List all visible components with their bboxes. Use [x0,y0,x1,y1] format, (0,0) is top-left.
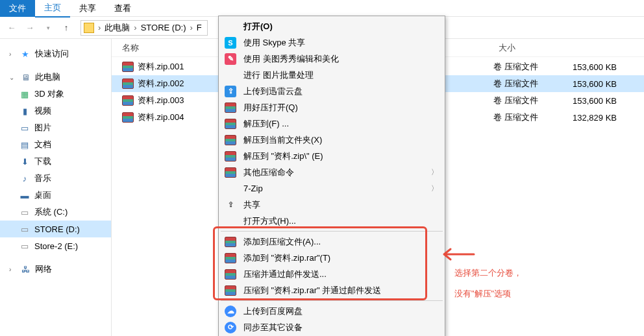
chevron-right-icon: › [9,266,16,273]
menu-extract-named[interactable]: 解压到 "资料.zip\" (E) [220,148,443,164]
menu-skype-share[interactable]: S使用 Skype 共享 [220,34,443,51]
drive-icon: ▭ [19,207,30,217]
nav-up-button[interactable]: ↑ [58,20,74,36]
blank-icon [224,215,237,228]
star-icon: ★ [20,49,31,59]
menu-add-archive[interactable]: 添加到压缩文件(A)... [220,234,443,250]
sidebar-item-3d[interactable]: ▦3D 对象 [0,86,111,102]
ribbon-tab-file[interactable]: 文件 [0,0,35,17]
folder-icon [84,23,94,33]
nav-back-button[interactable]: ← [4,20,19,36]
blank-icon [224,69,237,82]
sidebar-item-videos[interactable]: ▮视频 [0,102,111,119]
navigation-pane: › ★ 快速访问 ⌄ 🖥 此电脑 ▦3D 对象 ▮视频 ▭图片 ▤文档 ⬇下载 … [0,39,112,336]
sidebar-item-downloads[interactable]: ⬇下载 [0,153,111,170]
context-menu: 打开(O) S使用 Skype 共享 ✎使用 美图秀秀编辑和美化 进行 图片批量… [218,16,445,336]
menu-sync-devices[interactable]: ⟳同步至其它设备 [220,319,443,335]
archive-icon [224,252,237,265]
sidebar-quick-access[interactable]: › ★ 快速访问 [0,45,111,62]
file-type: 卷 压缩文件 [493,112,558,123]
sidebar-network[interactable]: › 🖧 网络 [0,261,111,278]
archive-icon [224,235,237,248]
sync-icon: ⟳ [224,321,237,334]
sidebar-item-label: 文档 [34,139,51,150]
sidebar-item-label: 此电脑 [35,71,60,83]
menu-7zip[interactable]: 7-Zip〉 [220,180,443,197]
archive-icon [224,117,237,130]
menu-open-with[interactable]: 打开方式(H)... [220,213,443,229]
chevron-right-icon: › [9,51,16,58]
sidebar-item-desktop[interactable]: ▬桌面 [0,187,111,204]
skype-icon: S [224,36,237,49]
sidebar-item-pictures[interactable]: ▭图片 [0,119,111,136]
file-size: 132,829 KB [558,113,617,123]
sidebar-item-label: 视频 [34,105,51,117]
sidebar-item-label: 桌面 [34,189,51,201]
archive-icon [224,101,237,114]
music-icon: ♪ [19,173,30,184]
document-icon: ▤ [19,139,30,150]
sidebar-item-label: 图片 [34,122,51,134]
menu-compress-mail[interactable]: 压缩并通过邮件发送... [220,266,443,282]
sidebar-item-music[interactable]: ♪音乐 [0,170,111,187]
sidebar-item-drive-d[interactable]: ▭STORE (D:) [0,221,111,237]
breadcrumb[interactable]: STORE (D:) [138,23,189,32]
sidebar-item-drive-e[interactable]: ▭Store-2 (E:) [0,237,111,254]
sidebar-item-label: 音乐 [34,173,51,184]
sidebar-item-documents[interactable]: ▤文档 [0,136,111,153]
ribbon-tabs: 文件 主页 共享 查看 [0,0,644,17]
archive-icon [224,284,237,297]
baidu-icon: ☁ [224,305,237,318]
separator [221,300,443,301]
file-type: 卷 压缩文件 [493,95,558,106]
ribbon-tab-share[interactable]: 共享 [70,0,105,17]
archive-icon [122,62,134,72]
menu-extract-to[interactable]: 解压到(F) ... [220,115,443,132]
sidebar-this-pc[interactable]: ⌄ 🖥 此电脑 [0,69,111,86]
menu-add-named[interactable]: 添加到 "资料.zip.rar"(T) [220,250,443,266]
chevron-right-icon: 〉 [431,184,438,193]
ribbon-tab-home[interactable]: 主页 [35,0,70,18]
nav-recent-button[interactable]: ▾ [40,20,56,36]
share-icon: ⇪ [224,198,237,211]
sidebar-item-label: 3D 对象 [34,88,64,100]
menu-xunlei-upload[interactable]: ⇪上传到迅雷云盘 [220,83,443,99]
archive-icon [224,134,237,147]
video-icon: ▮ [19,106,30,116]
menu-haoya-open[interactable]: 用好压打开(Q) [220,99,443,115]
xunlei-icon: ⇪ [224,85,237,98]
file-type: 卷 压缩文件 [493,78,558,90]
archive-icon [224,150,237,163]
sidebar-item-label: 网络 [35,263,52,275]
picture-icon: ▭ [19,123,30,133]
ribbon-tab-view[interactable]: 查看 [105,0,140,17]
column-header-size[interactable]: 大小 [499,42,515,54]
annotation-line: 选择第二个分卷， [454,263,522,283]
menu-batch-process[interactable]: 进行 图片批量处理 [220,67,443,83]
menu-extract-here[interactable]: 解压到当前文件夹(X) [220,132,443,148]
menu-compress-named-mail[interactable]: 压缩到 "资料.zip.rar" 并通过邮件发送 [220,282,443,298]
sidebar-item-drive-c[interactable]: ▭系统 (C:) [0,204,111,221]
nav-forward-button[interactable]: → [22,20,38,36]
menu-open[interactable]: 打开(O) [220,18,443,34]
address-bar[interactable]: › 此电脑 › STORE (D:) › F [80,20,208,36]
menu-meitu-edit[interactable]: ✎使用 美图秀秀编辑和美化 [220,51,443,67]
file-size: 153,600 KB [558,62,617,72]
file-size: 153,600 KB [558,79,617,89]
menu-baidu-upload[interactable]: ☁上传到百度网盘 [220,303,443,319]
drive-icon: ▭ [19,224,30,234]
chevron-right-icon: 〉 [431,167,438,177]
breadcrumb[interactable]: 此电脑 [102,22,132,34]
chevron-right-icon: › [189,23,194,32]
chevron-right-icon: › [97,23,102,32]
chevron-down-icon: ⌄ [9,74,16,81]
sidebar-item-label: 快速访问 [35,48,69,60]
sidebar-item-label: 下载 [34,156,51,167]
breadcrumb[interactable]: F [194,23,204,32]
sidebar-item-label: STORE (D:) [34,224,80,234]
menu-other-rar[interactable]: 其他压缩命令〉 [220,164,443,180]
chevron-right-icon: › [132,23,138,32]
annotation-text: 选择第二个分卷， 没有"解压"选项 [454,263,522,304]
download-icon: ⬇ [19,156,30,167]
menu-share[interactable]: ⇪共享 [220,197,443,213]
